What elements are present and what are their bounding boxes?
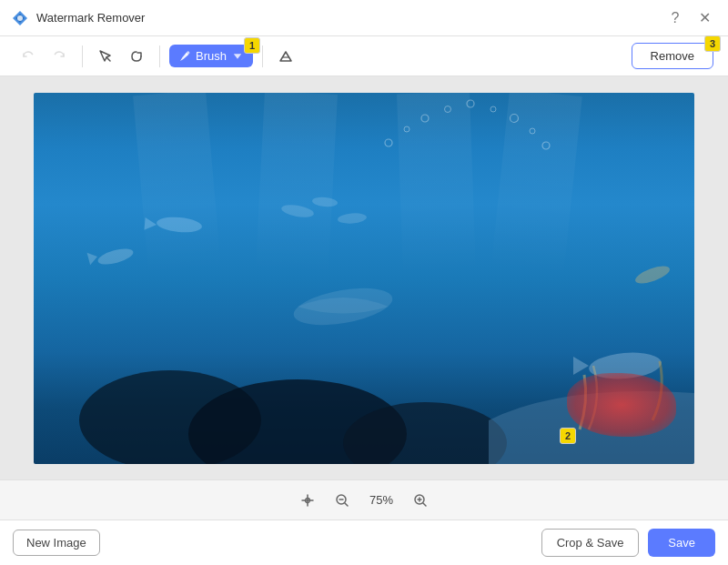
titlebar-left: Watermark Remover [11,9,145,27]
canvas-area: 2 [0,76,728,479]
remove-button[interactable]: Remove [632,43,713,69]
undo-button[interactable] [15,43,42,70]
svg-point-0 [17,15,23,21]
titlebar: Watermark Remover ? ✕ [0,0,728,36]
brush-tool-container: Brush 1 [169,45,253,67]
crop-save-button[interactable]: Crop & Save [541,529,640,557]
light-ray-2 [256,93,338,277]
svg-marker-13 [87,250,99,265]
selection-tools [92,43,150,70]
erase-button[interactable] [272,43,299,70]
app-title: Watermark Remover [36,11,145,25]
lasso-button[interactable] [123,43,150,70]
zoom-in-button[interactable] [409,489,432,512]
svg-point-8 [490,106,496,112]
light-ray-1 [133,93,221,277]
new-image-button[interactable]: New Image [13,530,100,556]
app-logo-icon [11,9,29,27]
bottom-right-buttons: Crop & Save Save [541,529,715,557]
main-image[interactable]: 2 [34,93,694,464]
badge-3: 3 [704,35,721,52]
bottom-bar: New Image Crop & Save Save [0,520,728,565]
svg-line-33 [423,503,426,506]
svg-point-12 [96,246,135,267]
svg-point-23 [79,370,261,464]
light-ray-4 [490,93,581,277]
save-button[interactable]: Save [648,529,715,557]
divider-1 [82,45,83,67]
light-ray-3 [397,93,476,276]
history-tools [15,43,73,70]
divider-3 [262,45,263,67]
svg-point-22 [633,262,672,287]
svg-point-25 [343,402,507,464]
brush-button[interactable]: Brush [169,45,253,67]
pan-tool-button[interactable] [296,489,319,512]
remove-btn-container: Remove 3 [632,43,713,69]
underwater-scene: 2 [34,93,694,464]
svg-point-3 [385,139,392,146]
image-container: 2 [34,93,694,464]
svg-marker-17 [573,357,589,375]
titlebar-controls: ? ✕ [662,5,717,31]
zoom-out-button[interactable] [330,489,354,512]
watermark-area [567,373,676,437]
smart-select-button[interactable] [92,43,119,70]
toolbar: Brush 1 Remove 3 [0,36,728,76]
zoom-percent: 75% [365,493,398,507]
divider-2 [159,45,160,67]
svg-line-29 [345,503,348,506]
svg-point-20 [338,212,368,225]
badge-1: 1 [244,37,260,54]
zoom-bar: 75% [0,479,728,520]
svg-point-21 [291,281,396,331]
svg-point-24 [188,379,407,464]
redo-button[interactable] [46,43,73,70]
close-button[interactable]: ✕ [692,5,717,31]
help-button[interactable]: ? [662,5,688,31]
badge-2: 2 [560,428,576,444]
